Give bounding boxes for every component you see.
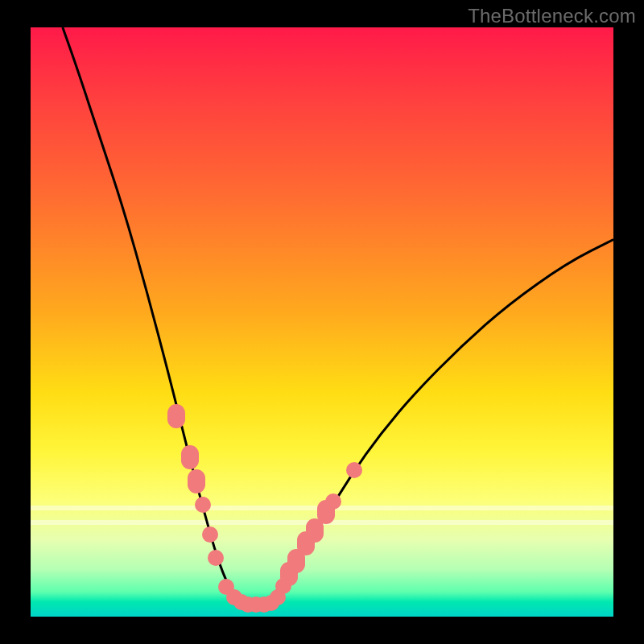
watermark-text: TheBottleneck.com <box>468 5 636 27</box>
chart-frame: TheBottleneck.com <box>0 0 644 644</box>
data-marker <box>181 445 199 469</box>
data-marker <box>188 469 205 493</box>
data-marker <box>167 404 185 428</box>
data-marker <box>195 497 211 513</box>
data-marker <box>325 493 341 510</box>
data-marker <box>208 550 224 566</box>
plot-area <box>31 27 613 617</box>
data-marker <box>346 462 362 478</box>
data-marker <box>202 526 218 543</box>
